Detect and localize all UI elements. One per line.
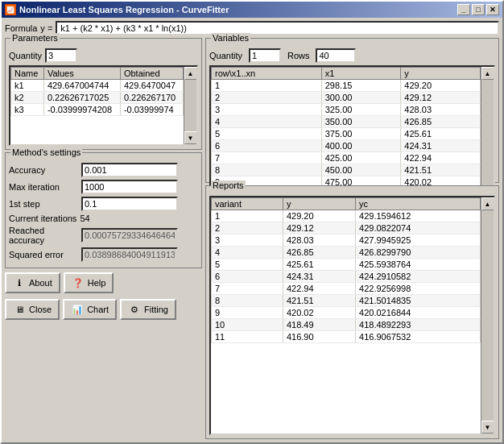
table-row: k1 429.647004744 429.6470047 (11, 80, 184, 92)
first-step-input[interactable] (81, 197, 178, 211)
params-qty-input[interactable] (45, 48, 77, 63)
vars-table-wrapper: row\x1..xn x1 y 1 298.15 429.202 (209, 65, 495, 202)
reports-col-yc: yc (356, 198, 481, 210)
about-icon: ℹ (13, 276, 26, 289)
maximize-button[interactable]: □ (472, 4, 485, 15)
report-y: 418.49 (283, 319, 355, 331)
report-variant: 3 (212, 234, 283, 247)
report-y: 416.90 (283, 331, 355, 343)
chart-icon: 📊 (71, 303, 84, 316)
table-row: 10 418.49 418.4892293 (212, 319, 481, 331)
reached-accuracy-value (81, 228, 178, 243)
vars-col-row: row\x1..xn (212, 68, 322, 80)
vars-scroll-track[interactable] (481, 80, 494, 188)
formula-eq-sign: y = (40, 23, 52, 33)
methods-label: Method's settings (10, 147, 82, 157)
help-button[interactable]: ❓ Help (64, 272, 114, 293)
vars-scrollbar[interactable]: ▲ ▼ (481, 67, 494, 201)
report-y: 428.03 (283, 234, 355, 247)
table-row: 2 300.00 429.12 (212, 92, 481, 104)
table-row: 7 425.00 422.94 (212, 152, 481, 164)
table-row: 11 416.90 416.9067532 (212, 331, 481, 343)
window-title: Nonlinear Least Squares Regression - Cur… (19, 5, 229, 15)
title-controls: _ □ ✕ (457, 4, 499, 15)
reports-table-scroll[interactable]: variant y yc 1 429.20 429.15946122 (211, 197, 481, 434)
params-table-scroll[interactable]: Name Values Obtained k1 429.647004744 42… (10, 67, 184, 144)
reports-scroll-down[interactable]: ▼ (481, 421, 494, 434)
table-row: 5 425.61 425.5938764 (212, 259, 481, 271)
param-obtained: 429.6470047 (120, 80, 183, 92)
params-scrollbar[interactable]: ▲ ▼ (184, 67, 196, 144)
formula-label: Formula (5, 23, 37, 33)
reports-table-wrapper: variant y yc 1 429.20 429.15946122 (209, 196, 495, 435)
table-row: 8 450.00 421.51 (212, 164, 481, 176)
vars-qty-input[interactable] (249, 48, 281, 63)
var-row: 2 (212, 92, 322, 104)
max-iter-input[interactable] (81, 180, 178, 194)
variables-label: Variables (211, 33, 250, 43)
close-button-main[interactable]: 🖥 Close (5, 299, 60, 320)
report-variant: 9 (212, 307, 283, 319)
main-window: 📈 Nonlinear Least Squares Regression - C… (0, 0, 504, 444)
params-scroll-track[interactable] (184, 80, 197, 131)
title-bar: 📈 Nonlinear Least Squares Regression - C… (2, 2, 502, 18)
window-body: Formula y = k1 + (k2 * x1) + (k3 * x1 * … (2, 18, 502, 442)
param-values: 0.22626717025 (43, 92, 120, 104)
params-table-wrapper: Name Values Obtained k1 429.647004744 42… (9, 65, 198, 146)
formula-input[interactable]: k1 + (k2 * x1) + (k3 * x1 * ln(x1)) (56, 21, 499, 35)
table-row: 9 420.02 420.0216844 (212, 307, 481, 319)
var-y: 422.94 (401, 152, 481, 164)
param-obtained: -0.03999974 (120, 104, 183, 116)
reached-accuracy-label: Reached accuracy (9, 226, 81, 245)
var-y: 424.31 (401, 140, 481, 152)
formula-row: Formula y = k1 + (k2 * x1) + (k3 * x1 * … (5, 21, 499, 35)
minimize-button[interactable]: _ (457, 4, 470, 15)
report-y: 420.02 (283, 307, 355, 319)
chart-button[interactable]: 📊 Chart (63, 299, 117, 320)
reports-col-variant: variant (212, 198, 283, 210)
reports-table-container: variant y yc 1 429.20 429.15946122 (209, 196, 495, 435)
parameters-label: Parameters (10, 33, 60, 43)
report-yc: 418.4892293 (356, 319, 481, 331)
right-panel: Variables Quantity Rows (205, 38, 499, 439)
report-y: 426.85 (283, 247, 355, 259)
bottom-buttons: ℹ About ❓ Help (5, 271, 202, 295)
vars-table-scroll[interactable]: row\x1..xn x1 y 1 298.15 429.202 (211, 67, 481, 201)
table-row: 2 429.12 429.0822074 (212, 222, 481, 234)
var-x1: 325.00 (321, 104, 401, 116)
vars-col-y: y (401, 68, 481, 80)
first-step-label: 1st step (9, 199, 81, 209)
reports-scrollbar[interactable]: ▲ ▼ (481, 197, 494, 434)
report-variant: 2 (212, 222, 283, 234)
table-row: 6 424.31 424.2910582 (212, 271, 481, 283)
param-values: 429.647004744 (43, 80, 120, 92)
params-scroll-up[interactable]: ▲ (184, 67, 197, 80)
report-yc: 425.5938764 (356, 259, 481, 271)
about-button[interactable]: ℹ About (5, 272, 60, 293)
current-iter-value: 54 (80, 214, 89, 223)
params-table-container: Name Values Obtained k1 429.647004744 42… (9, 65, 198, 146)
var-x1: 298.15 (321, 80, 401, 92)
close-button[interactable]: ✕ (486, 4, 499, 15)
vars-scroll-up[interactable]: ▲ (481, 67, 494, 80)
report-yc: 421.5014835 (356, 295, 481, 307)
report-yc: 429.0822074 (356, 222, 481, 234)
accuracy-input[interactable] (81, 163, 178, 177)
main-panels: Parameters Quantity Name (5, 38, 499, 439)
fitting-button[interactable]: ⚙ Fitting (120, 299, 176, 320)
var-y: 428.03 (401, 104, 481, 116)
report-variant: 4 (212, 247, 283, 259)
report-variant: 8 (212, 295, 283, 307)
help-icon: ❓ (72, 276, 85, 289)
max-iter-row: Max iteration (9, 180, 198, 194)
vars-table: row\x1..xn x1 y 1 298.15 429.202 (211, 67, 481, 201)
var-row: 7 (212, 152, 322, 164)
reports-scroll-track[interactable] (481, 210, 494, 421)
reports-scroll-up[interactable]: ▲ (481, 197, 494, 210)
vars-rows-input[interactable] (316, 48, 356, 63)
params-scroll-down[interactable]: ▼ (184, 131, 197, 144)
var-x1: 450.00 (321, 164, 401, 176)
vars-rows-label: Rows (287, 51, 310, 60)
var-x1: 425.00 (321, 152, 401, 164)
report-y: 429.20 (283, 210, 355, 222)
